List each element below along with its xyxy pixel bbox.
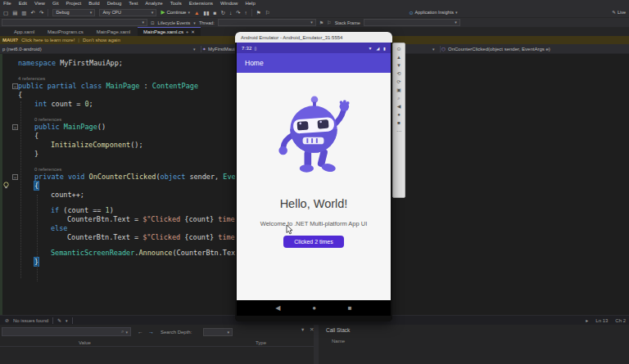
info-bar-dismiss-link[interactable]: Don't show again xyxy=(83,38,120,43)
zoom-icon[interactable]: ⌕ xyxy=(397,96,400,101)
info-bar-divider: | xyxy=(78,38,79,43)
tab-app-xaml[interactable]: App.xaml xyxy=(8,27,40,36)
hello-world-label: Hello, World! xyxy=(280,197,348,210)
android-nav-bar: ◀●■ xyxy=(237,300,391,316)
no-issues-icon: ⊘ xyxy=(5,317,9,323)
home-icon[interactable]: ● xyxy=(397,112,400,118)
watch-column-headers: Value Type xyxy=(0,339,314,347)
emulator-title-bar[interactable]: Android Emulator - Android_Emulator_31:5… xyxy=(235,32,392,43)
watch-search-input[interactable]: ⌕ ▾ xyxy=(2,327,131,336)
indent-guide xyxy=(37,195,38,281)
filter-icon[interactable]: ✎ xyxy=(57,317,61,323)
pin-icon[interactable]: ⌖ xyxy=(186,29,188,35)
app-header: Home xyxy=(237,53,391,73)
tab-mainpage-xaml[interactable]: MainPage.xaml xyxy=(91,27,136,36)
call-stack-title: Call Stack xyxy=(326,327,350,333)
play-icon: ▶ xyxy=(161,9,165,16)
column-header-value[interactable]: Value xyxy=(79,340,91,345)
back-icon[interactable]: ◀ xyxy=(275,303,280,313)
flag-icon[interactable]: ⚑ xyxy=(319,20,324,25)
breadcrumb-separator xyxy=(440,46,441,52)
volume-down-icon[interactable]: ▼ xyxy=(396,63,401,69)
dotnet-bot-image xyxy=(276,94,351,186)
volume-up-icon[interactable]: ▲ xyxy=(396,55,401,61)
editor-gutter: − xyxy=(0,173,18,182)
chevron-down-icon: ▾ xyxy=(125,330,128,335)
forward-arrow-icon[interactable]: → xyxy=(148,329,154,335)
expand-icon[interactable]: ▸ xyxy=(586,317,588,323)
chevron-down-icon: ▾ xyxy=(66,318,68,323)
process-dropdown[interactable] xyxy=(2,19,147,26)
indent-guide xyxy=(20,101,21,278)
platform-dropdown[interactable]: Any CPU xyxy=(99,9,156,16)
tab-mauiprogram-cs[interactable]: MauiProgram.cs xyxy=(42,27,89,36)
flag-outline-icon[interactable]: ⚐ xyxy=(327,20,331,25)
back-icon[interactable]: ◀ xyxy=(397,104,401,110)
live-share-button[interactable]: ✎ Live xyxy=(612,10,626,15)
new-item-icon[interactable]: ▢ xyxy=(3,7,8,18)
fold-collapse-icon[interactable]: − xyxy=(12,124,18,130)
toolbar-bookmark-icons: ⚑⚐ xyxy=(256,7,270,18)
menu-debug[interactable]: Debug xyxy=(107,0,122,7)
undo-icon[interactable]: ↶ xyxy=(30,7,34,18)
status-separator xyxy=(52,317,53,324)
column-header-type[interactable]: Type xyxy=(256,340,266,345)
overview-icon[interactable]: ■ xyxy=(397,120,400,126)
checkbox-icon[interactable]: ⊡ xyxy=(151,20,155,25)
chevron-down-icon: ▾ xyxy=(193,47,196,52)
info-bar-learn-more-link[interactable]: Click here to learn more! xyxy=(21,38,75,43)
battery-icon: ▮ xyxy=(383,46,386,51)
toolbar-separator xyxy=(48,9,48,16)
save-icon[interactable]: ▤ xyxy=(12,7,17,18)
application-insights-button[interactable]: ⊙ Application Insights ▾ xyxy=(410,10,458,16)
stack-frame-dropdown[interactable] xyxy=(364,19,460,26)
step-over-icon[interactable]: ↷ xyxy=(236,7,240,18)
thread-dropdown[interactable] xyxy=(218,19,316,26)
save-all-icon[interactable]: ▥ xyxy=(21,7,26,18)
screenshot-icon[interactable]: ▣ xyxy=(396,88,401,93)
restart-icon[interactable]: ↻ xyxy=(220,7,224,18)
bookmark-prev-icon[interactable]: ⚑ xyxy=(256,7,261,18)
menu-project[interactable]: Project xyxy=(66,0,82,7)
member-dropdown[interactable]: OnCounterClicked(object sender, EventArg… xyxy=(448,47,550,52)
hot-reload-icon[interactable]: ▲ xyxy=(194,7,199,18)
menu-build[interactable]: Build xyxy=(88,0,99,7)
lifecycle-events-label[interactable]: Lifecycle Events xyxy=(158,20,191,25)
stop-icon[interactable]: ■ xyxy=(214,7,217,18)
counter-button[interactable]: Clicked 2 times xyxy=(283,236,343,248)
emulator-window-title: Android Emulator - Android_Emulator_31:5… xyxy=(241,35,342,40)
menu-test[interactable]: Test xyxy=(129,0,138,7)
pause-icon[interactable]: ▮▮ xyxy=(203,7,209,18)
menu-analyze[interactable]: Analyze xyxy=(145,0,162,7)
continue-button[interactable]: ▶ Continue ▾ xyxy=(161,9,190,16)
more-icon[interactable]: ⋯ xyxy=(396,128,401,134)
fold-collapse-icon[interactable]: − xyxy=(12,83,18,89)
menu-tools[interactable]: Tools xyxy=(170,0,182,7)
emulator-screen: 7:32 ▯ ▼◢▮ Home xyxy=(237,43,391,316)
rotate-right-icon[interactable]: ⟳ xyxy=(396,79,400,85)
home-icon[interactable]: ● xyxy=(312,303,316,313)
debug-location-toolbar: ⊡ Lifecycle Events ▾ Thread: ⚑ ⚐ Stack F… xyxy=(0,18,629,27)
close-icon[interactable]: ✕ xyxy=(191,29,195,34)
redo-icon[interactable]: ↷ xyxy=(39,7,43,18)
close-icon[interactable]: ✕ xyxy=(310,326,314,333)
window-position-icon[interactable]: ▾ xyxy=(301,326,304,333)
tab-mainpage-xaml-cs[interactable]: MainPage.xaml.cs⌖✕ xyxy=(138,27,201,36)
solution-config-dropdown[interactable]: Debug xyxy=(52,9,95,16)
step-into-icon[interactable]: ↓ xyxy=(229,7,232,18)
bookmark-next-icon[interactable]: ⚐ xyxy=(265,7,270,18)
call-stack-panel: Call Stack Name xyxy=(319,325,629,364)
menu-git[interactable]: Git xyxy=(52,0,59,7)
search-depth-dropdown[interactable] xyxy=(203,328,233,336)
step-out-icon[interactable]: ↑ xyxy=(245,7,247,18)
editor-gutter: − xyxy=(0,123,18,132)
project-dropdown[interactable]: p (net6.0-android) xyxy=(2,47,42,52)
fold-collapse-icon[interactable]: − xyxy=(12,174,18,180)
emulator-bezel xyxy=(235,316,392,321)
quick-actions-lightbulb-icon[interactable] xyxy=(2,182,10,189)
back-arrow-icon[interactable]: ← xyxy=(138,329,143,335)
recents-icon[interactable]: ■ xyxy=(348,303,352,313)
rotate-left-icon[interactable]: ⟲ xyxy=(396,71,400,77)
column-header-name[interactable]: Name xyxy=(332,339,345,344)
power-icon[interactable]: ⊙ xyxy=(396,47,400,52)
